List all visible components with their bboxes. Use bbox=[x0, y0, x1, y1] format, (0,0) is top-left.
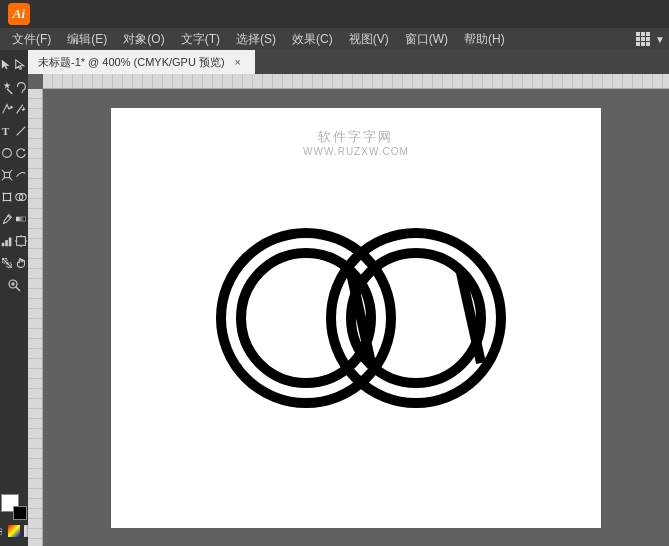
type-tool[interactable]: T bbox=[0, 120, 14, 142]
chart-tool[interactable] bbox=[0, 230, 14, 252]
svg-rect-6 bbox=[4, 194, 11, 201]
svg-rect-9 bbox=[10, 200, 12, 202]
canvas-row: 软件字字网 WWW.RUZXW.COM bbox=[28, 89, 669, 546]
svg-point-4 bbox=[3, 149, 12, 158]
tab-close-button[interactable]: × bbox=[231, 55, 245, 69]
right-panel: 未标题-1* @ 400% (CMYK/GPU 预览) × 软件字字网 bbox=[28, 50, 669, 546]
menu-bar: 文件(F) 编辑(E) 对象(O) 文字(T) 选择(S) 效果(C) 视图(V… bbox=[0, 28, 669, 50]
svg-line-26 bbox=[16, 287, 20, 291]
zoom-tool[interactable] bbox=[2, 274, 26, 296]
color-icon[interactable] bbox=[7, 524, 21, 538]
ai-logo-icon: Ai bbox=[8, 3, 30, 25]
svg-text:T: T bbox=[2, 125, 10, 137]
artboard-tool[interactable] bbox=[14, 230, 28, 252]
menu-file[interactable]: 文件(F) bbox=[4, 29, 59, 50]
svg-rect-17 bbox=[9, 238, 12, 247]
transform-builder-group bbox=[0, 186, 28, 208]
menu-edit[interactable]: 编辑(E) bbox=[59, 29, 115, 50]
menu-select[interactable]: 选择(S) bbox=[228, 29, 284, 50]
grid-icon bbox=[636, 32, 650, 46]
scale-tool[interactable] bbox=[0, 164, 14, 186]
stroke-fill-swatches[interactable] bbox=[1, 494, 27, 520]
vertical-ruler bbox=[28, 89, 43, 546]
menu-object[interactable]: 对象(O) bbox=[115, 29, 172, 50]
shape-tool-group bbox=[0, 142, 28, 164]
warp-tool[interactable] bbox=[14, 164, 28, 186]
menu-help[interactable]: 帮助(H) bbox=[456, 29, 513, 50]
svg-rect-29 bbox=[8, 525, 20, 537]
line-tool[interactable] bbox=[14, 120, 28, 142]
watermark-line2: WWW.RUZXW.COM bbox=[303, 146, 409, 157]
ellipse-tool[interactable] bbox=[0, 142, 14, 164]
svg-rect-8 bbox=[10, 193, 12, 195]
svg-rect-7 bbox=[3, 193, 5, 195]
svg-rect-10 bbox=[3, 200, 5, 202]
eyedropper-tool[interactable] bbox=[0, 208, 14, 230]
selection-tool[interactable] bbox=[0, 54, 14, 76]
type-line-group: T bbox=[0, 120, 28, 142]
logo-artwork bbox=[196, 208, 516, 428]
hand-tool[interactable] bbox=[14, 252, 28, 274]
shape-builder-tool[interactable] bbox=[14, 186, 28, 208]
lasso-tool[interactable] bbox=[14, 76, 28, 98]
menu-type[interactable]: 文字(T) bbox=[173, 29, 228, 50]
toolbar: T bbox=[0, 50, 28, 546]
menu-view[interactable]: 视图(V) bbox=[341, 29, 397, 50]
svg-line-0 bbox=[7, 89, 12, 94]
menu-effect[interactable]: 效果(C) bbox=[284, 29, 341, 50]
stroke-swatch[interactable] bbox=[13, 506, 27, 520]
svg-point-1 bbox=[10, 106, 13, 109]
document-canvas: 软件字字网 WWW.RUZXW.COM bbox=[111, 108, 601, 528]
canvas-container: 软件字字网 WWW.RUZXW.COM bbox=[28, 74, 669, 546]
svg-rect-5 bbox=[4, 172, 9, 177]
svg-rect-16 bbox=[5, 240, 8, 246]
svg-rect-15 bbox=[2, 243, 5, 247]
slice-tool[interactable] bbox=[0, 252, 14, 274]
workspace-arrow: ▼ bbox=[655, 34, 665, 45]
workspace-switcher[interactable]: ▼ bbox=[636, 32, 665, 46]
magic-lasso-group bbox=[0, 76, 28, 98]
gradient-tool[interactable] bbox=[14, 208, 28, 230]
menu-window[interactable]: 窗口(W) bbox=[397, 29, 456, 50]
tab-bar: 未标题-1* @ 400% (CMYK/GPU 预览) × bbox=[28, 50, 669, 74]
ai-logo-text: Ai bbox=[13, 6, 25, 22]
svg-rect-18 bbox=[17, 237, 26, 246]
pen-tool[interactable] bbox=[0, 98, 14, 120]
rotate-tool[interactable] bbox=[14, 142, 28, 164]
scale-warp-group bbox=[0, 164, 28, 186]
direct-selection-tool[interactable] bbox=[14, 54, 28, 76]
pen-tool-group bbox=[0, 98, 28, 120]
selection-tool-group bbox=[0, 54, 28, 76]
horizontal-ruler bbox=[43, 74, 669, 89]
canvas-area[interactable]: 软件字字网 WWW.RUZXW.COM bbox=[43, 89, 669, 546]
active-document-tab[interactable]: 未标题-1* @ 400% (CMYK/GPU 预览) × bbox=[28, 50, 255, 74]
magic-wand-tool[interactable] bbox=[0, 76, 14, 98]
free-transform-tool[interactable] bbox=[0, 186, 14, 208]
svg-line-3 bbox=[17, 127, 26, 136]
main-area: T bbox=[0, 50, 669, 546]
chart-artboard-group bbox=[0, 230, 28, 252]
title-bar: Ai bbox=[0, 0, 669, 28]
watermark: 软件字字网 WWW.RUZXW.COM bbox=[303, 128, 409, 157]
slice-hand-group bbox=[0, 252, 28, 274]
eyedropper-gradient-group bbox=[0, 208, 28, 230]
svg-rect-14 bbox=[17, 217, 26, 221]
none-color-icon[interactable]: □ bbox=[0, 524, 5, 538]
watermark-line1: 软件字字网 bbox=[303, 128, 409, 146]
tab-label: 未标题-1* @ 400% (CMYK/GPU 预览) bbox=[38, 55, 225, 70]
add-anchor-tool[interactable] bbox=[14, 98, 28, 120]
